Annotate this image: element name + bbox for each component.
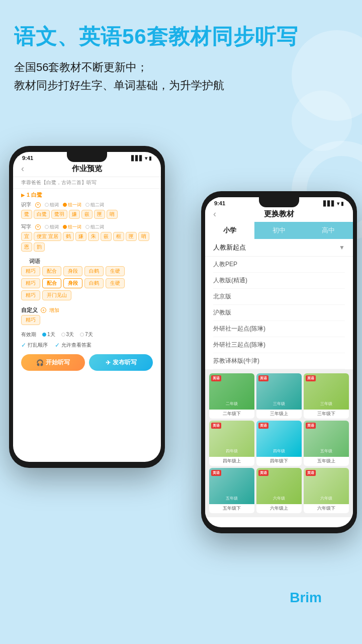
- write-char-7: 框: [113, 232, 124, 241]
- textbook-item-5[interactable]: 外研社三起点(陈琳): [213, 337, 345, 353]
- book-card-7[interactable]: 英语 六年级 六年级上: [256, 468, 302, 513]
- add-icon-write[interactable]: +: [35, 224, 41, 230]
- triangle-icon: ▶: [21, 193, 25, 198]
- book-card-8[interactable]: 英语 六年级 六年级下: [304, 468, 349, 513]
- char-tag-7: 哨: [107, 210, 118, 219]
- check-answer-icon: ✓: [55, 342, 60, 349]
- book-card-2[interactable]: 英语 三年级 三年级下: [304, 373, 349, 419]
- custom-header: 自定义 + 增加: [21, 305, 153, 315]
- vocab-2-3: 身段: [63, 278, 82, 288]
- wifi-icon: ▾: [145, 155, 147, 161]
- brim-text: Brim: [290, 590, 322, 606]
- book-card-0[interactable]: 英语 二年级 二年级下: [209, 373, 254, 419]
- shuffle-label: 打乱顺序: [28, 342, 48, 349]
- book-badge-0: 英语: [211, 375, 221, 381]
- book-badge-5: 英语: [306, 423, 316, 429]
- book-cover-1: 英语 三年级: [256, 373, 302, 410]
- check-shuffle-icon: ✓: [21, 342, 26, 349]
- vocab-1-3: 身段: [63, 266, 82, 276]
- book-cover-2: 英语 三年级: [304, 373, 349, 410]
- phones-container: 9:41 ▋▋▋ ▾ ▮ ‹ 作业预览 李蓉爸爸【白鹭，古诗二首】听写 ▶: [0, 131, 362, 644]
- book-grade-3: 四年级: [209, 448, 254, 454]
- write-char-2: 便宜 宜居: [34, 232, 61, 241]
- option-group2-active[interactable]: 组一词: [63, 202, 81, 208]
- add-icon-custom[interactable]: +: [41, 307, 46, 313]
- option-group1[interactable]: 组词: [45, 202, 59, 208]
- book-card-4[interactable]: 英语 四年级 四年级下: [256, 421, 302, 466]
- write-title: 写字 + 组词 组一词 组二词: [21, 223, 153, 230]
- section-title: 1 白鹭: [27, 191, 42, 199]
- textbook-dropdown[interactable]: 人教新起点 ▼: [205, 239, 353, 257]
- write-option1[interactable]: 组词: [45, 224, 59, 230]
- screen-left: 9:41 ▋▋▋ ▾ ▮ ‹ 作业预览 李蓉爸爸【白鹭，古诗二首】听写 ▶: [13, 152, 161, 462]
- add-icon-recognize[interactable]: +: [35, 202, 41, 208]
- textbook-item-6[interactable]: 苏教译林版(牛津): [213, 353, 345, 369]
- write-char-9: 哨: [138, 232, 149, 241]
- book-cover-0: 英语 二年级: [209, 373, 254, 410]
- book-card-1[interactable]: 英语 三年级 三年级上: [256, 373, 302, 419]
- validity-label: 有效期: [21, 331, 36, 338]
- book-cover-6: 英语 五年级: [209, 468, 254, 504]
- book-card-5[interactable]: 英语 五年级 五年级上: [304, 421, 349, 466]
- tab-high[interactable]: 高中: [304, 222, 353, 239]
- back-button-left[interactable]: ‹: [21, 164, 24, 174]
- vocab-section: 词语 精巧 配合 身段 白鹤 生硬 精巧 配合 身段 白鹤 生硬: [13, 255, 161, 304]
- vocab-3-1: 精巧: [21, 290, 40, 300]
- show-answer-label: 允许查看答案: [61, 342, 92, 349]
- validity-1day[interactable]: 1天: [42, 331, 55, 338]
- header-subtitle: 全国56套教材不断更新中； 教材同步打好生字、单词基础，为升学护航: [14, 58, 348, 94]
- write-option2-active[interactable]: 组一词: [63, 224, 81, 230]
- add-text-custom[interactable]: 增加: [49, 307, 59, 314]
- vocab-1-1: 精巧: [21, 266, 40, 276]
- book-badge-1: 英语: [258, 375, 268, 381]
- status-time-left: 9:41: [22, 155, 33, 161]
- custom-tags: 精巧: [21, 315, 153, 325]
- book-cover-8: 英语 六年级: [304, 468, 349, 504]
- nav-title-left: 作业预览: [72, 164, 102, 174]
- tab-middle[interactable]: 初中: [254, 222, 304, 239]
- book-cover-3: 英语 四年级: [209, 421, 254, 457]
- write-chars-2: 恩 韵: [21, 243, 153, 252]
- book-label-8: 六年级下: [304, 504, 349, 513]
- publish-button[interactable]: ✈ 发布听写: [89, 354, 153, 371]
- book-card-6[interactable]: 英语 五年级 五年级下: [209, 468, 254, 513]
- subtitle-line1: 全国56套教材不断更新中；: [14, 58, 348, 76]
- phone-left-inner: 9:41 ▋▋▋ ▾ ▮ ‹ 作业预览 李蓉爸爸【白鹭，古诗二首】听写 ▶: [13, 152, 161, 462]
- validity-3day[interactable]: 3天: [61, 331, 74, 338]
- vocab-label: 词语: [21, 256, 153, 266]
- vocab-1-2: 配合: [42, 266, 61, 276]
- battery-icon: ▮: [149, 155, 152, 161]
- publish-button-label: 发布听写: [113, 358, 137, 367]
- textbook-item-0[interactable]: 人教PEP: [213, 257, 345, 273]
- write-section: 写字 + 组词 组一词 组二词 宜 便宜 宜居 鹤 嫌 朱 嵌 框: [13, 222, 161, 255]
- textbook-item-2[interactable]: 北京版: [213, 289, 345, 305]
- nav-title-right: 更换教材: [264, 209, 294, 219]
- write-option3[interactable]: 组二词: [85, 224, 104, 230]
- section-header: ▶ 1 白鹭: [13, 189, 161, 200]
- write-char-11: 韵: [34, 243, 45, 252]
- book-grade-2: 三年级: [304, 401, 349, 407]
- book-label-1: 三年级上: [256, 410, 302, 419]
- header-section: 语文、英语56套教材同步听写 全国56套教材不断更新中； 教材同步打好生字、单词…: [14, 24, 348, 94]
- textbook-item-1[interactable]: 人教版(精通): [213, 273, 345, 289]
- checkbox-row: ✓ 打乱顺序 ✓ 允许查看答案: [13, 340, 161, 350]
- tab-elementary[interactable]: 小学: [205, 222, 254, 239]
- back-button-right[interactable]: ‹: [213, 209, 216, 219]
- validity-7day[interactable]: 7天: [80, 331, 93, 338]
- books-grid: 英语 二年级 二年级下 英语 三年级 三年级上: [205, 369, 353, 517]
- show-answer-checkbox[interactable]: ✓ 允许查看答案: [55, 342, 92, 349]
- textbook-item-4[interactable]: 外研社一起点(陈琳): [213, 321, 345, 337]
- write-char-10: 恩: [21, 243, 32, 252]
- char-tag-1: 鹭: [21, 210, 32, 219]
- write-char-5: 朱: [88, 232, 99, 241]
- shuffle-checkbox[interactable]: ✓ 打乱顺序: [21, 342, 48, 349]
- headphone-icon: 🎧: [36, 359, 44, 366]
- book-badge-8: 英语: [306, 470, 316, 476]
- action-buttons: 🎧 开始听写 ✈ 发布听写: [13, 350, 161, 375]
- radio-7day: [80, 333, 84, 337]
- textbook-item-3[interactable]: 沪教版: [213, 305, 345, 321]
- option-group3[interactable]: 组二词: [85, 202, 104, 208]
- book-cover-5: 英语 五年级: [304, 421, 349, 457]
- start-button[interactable]: 🎧 开始听写: [21, 354, 85, 371]
- book-card-3[interactable]: 英语 四年级 四年级上: [209, 421, 254, 466]
